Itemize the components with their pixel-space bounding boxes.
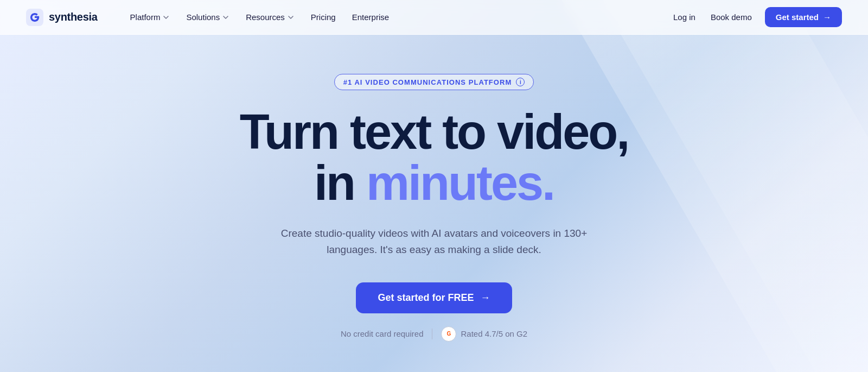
hero-headline-line1: Turn text to video, bbox=[240, 108, 628, 156]
hero-subtext: Create studio-quality videos with AI ava… bbox=[277, 225, 591, 258]
cta-button[interactable]: Get started for FREE → bbox=[356, 282, 512, 313]
logo[interactable]: synthesia bbox=[26, 9, 98, 26]
hero-section: #1 AI VIDEO COMMUNICATIONS PLATFORM i Tu… bbox=[0, 35, 868, 342]
resources-chevron-icon bbox=[287, 14, 295, 21]
page-wrapper: synthesia Platform Solutions Resources bbox=[0, 0, 868, 372]
navbar: synthesia Platform Solutions Resources bbox=[0, 0, 868, 35]
nav-solutions[interactable]: Solutions bbox=[180, 8, 236, 26]
get-started-arrow-icon: → bbox=[823, 12, 831, 22]
g2-badge: G Rated 4.7/5 on G2 bbox=[441, 326, 527, 342]
social-proof: No credit card required G Rated 4.7/5 on… bbox=[341, 326, 527, 342]
hero-highlight: minutes. bbox=[366, 156, 554, 210]
nav-right: Log in Book demo Get started → bbox=[671, 7, 842, 27]
hero-badge: #1 AI VIDEO COMMUNICATIONS PLATFORM i bbox=[334, 74, 534, 90]
logo-text: synthesia bbox=[49, 11, 98, 23]
solutions-chevron-icon bbox=[222, 14, 229, 21]
logo-icon bbox=[26, 9, 43, 26]
no-credit-card-text: No credit card required bbox=[341, 329, 424, 338]
g2-rating-text: Rated 4.7/5 on G2 bbox=[461, 329, 527, 338]
login-link[interactable]: Log in bbox=[671, 8, 698, 26]
nav-platform[interactable]: Platform bbox=[124, 8, 177, 26]
social-proof-divider bbox=[432, 329, 432, 339]
platform-chevron-icon bbox=[162, 14, 170, 21]
get-started-button[interactable]: Get started → bbox=[765, 7, 842, 27]
nav-resources[interactable]: Resources bbox=[239, 8, 301, 26]
badge-text: #1 AI VIDEO COMMUNICATIONS PLATFORM bbox=[343, 78, 512, 86]
badge-info-icon[interactable]: i bbox=[516, 78, 525, 86]
nav-links: Platform Solutions Resources Pricing bbox=[124, 8, 671, 26]
cta-label: Get started for FREE bbox=[378, 292, 474, 304]
nav-enterprise[interactable]: Enterprise bbox=[346, 8, 395, 26]
nav-pricing[interactable]: Pricing bbox=[304, 8, 342, 26]
cta-arrow-icon: → bbox=[481, 292, 490, 304]
g2-icon: G bbox=[441, 326, 456, 342]
hero-headline-line2: in minutes. bbox=[314, 156, 554, 210]
book-demo-link[interactable]: Book demo bbox=[709, 8, 754, 26]
